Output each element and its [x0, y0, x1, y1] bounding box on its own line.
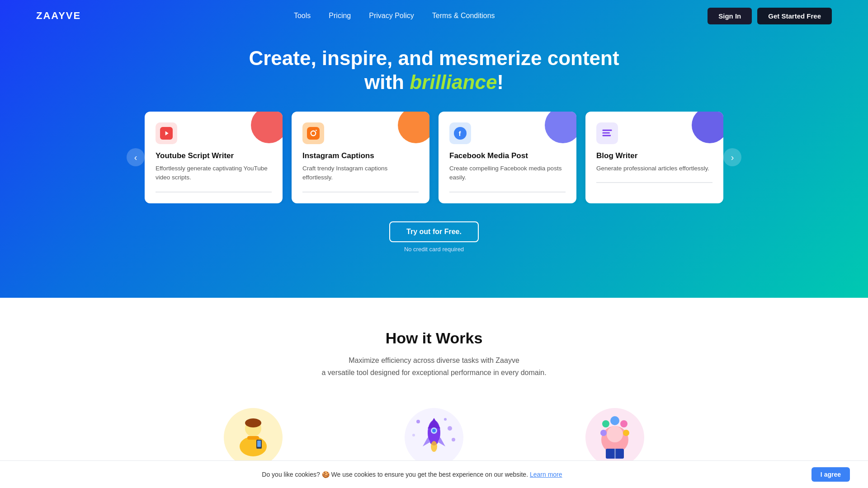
nav-tools[interactable]: Tools — [294, 12, 311, 20]
cards-carousel: ‹ Youtube Script Writer Effortlessly gen… — [0, 112, 868, 203]
illustration-person — [222, 406, 285, 469]
svg-point-35 — [620, 420, 627, 427]
card-instagram: Instagram Captions Craft trendy Instagra… — [292, 112, 429, 203]
cookie-learn-more[interactable]: Learn more — [530, 471, 562, 478]
svg-point-4 — [316, 130, 317, 131]
hero-title-line2: with brilliance! — [364, 71, 504, 94]
card-divider — [156, 192, 272, 192]
card-divider — [596, 182, 712, 183]
instagram-icon-wrap — [302, 122, 324, 144]
illustration-rocket — [402, 406, 466, 469]
svg-point-34 — [610, 416, 619, 425]
card-youtube: Youtube Script Writer Effortlessly gener… — [145, 112, 283, 203]
card-blog: Blog Writer Generate professional articl… — [585, 112, 723, 203]
nav-terms[interactable]: Terms & Conditions — [432, 12, 495, 20]
svg-point-37 — [600, 430, 607, 436]
cards-wrapper: Youtube Script Writer Effortlessly gener… — [145, 112, 723, 203]
card-corner-blob — [251, 112, 283, 143]
instagram-icon — [307, 127, 320, 140]
svg-point-14 — [245, 418, 261, 427]
svg-rect-39 — [614, 449, 616, 459]
cookie-agree-button[interactable]: I agree — [811, 467, 850, 482]
cookie-banner: Do you like cookies? 🍪 We use cookies to… — [0, 460, 868, 488]
try-free-button[interactable]: Try out for Free. — [389, 221, 479, 242]
svg-rect-2 — [307, 127, 320, 140]
facebook-icon: f — [454, 127, 467, 140]
card-corner-blob — [398, 112, 429, 143]
signin-button[interactable]: Sign In — [708, 8, 752, 24]
svg-point-28 — [412, 434, 415, 436]
svg-point-29 — [452, 438, 455, 441]
carousel-prev-button[interactable]: ‹ — [127, 148, 145, 166]
svg-point-36 — [623, 430, 629, 436]
svg-point-24 — [431, 441, 437, 452]
card-facebook: f Facebook Media Post Create compelling … — [439, 112, 576, 203]
svg-point-33 — [602, 420, 609, 427]
how-desc: Maximize efficiency across diverse tasks… — [36, 354, 832, 379]
card-blog-title: Blog Writer — [596, 151, 712, 160]
card-facebook-desc: Create compelling Facebook media posts e… — [449, 164, 566, 183]
svg-rect-13 — [247, 436, 259, 440]
blog-icon-wrap — [596, 122, 618, 144]
card-instagram-desc: Craft trendy Instagram captions effortle… — [302, 164, 419, 183]
how-it-works-section: How it Works Maximize efficiency across … — [0, 298, 868, 488]
svg-rect-8 — [603, 132, 610, 134]
hero-section: Create, inspire, and mesmerize content w… — [0, 0, 868, 298]
nav-privacy[interactable]: Privacy Policy — [369, 12, 414, 20]
cookie-text: Do you like cookies? 🍪 We use cookies to… — [18, 471, 806, 478]
youtube-icon-wrap — [156, 122, 177, 144]
card-corner-blob — [545, 112, 576, 143]
header: ZAAYVE Tools Pricing Privacy Policy Term… — [0, 0, 868, 32]
svg-rect-7 — [603, 130, 612, 131]
svg-point-23 — [432, 429, 436, 432]
nav-pricing[interactable]: Pricing — [329, 12, 351, 20]
illustration-brain — [583, 406, 646, 469]
try-section: Try out for Free. No credit card require… — [389, 221, 479, 271]
card-corner-blob — [692, 112, 723, 143]
header-buttons: Sign In Get Started Free — [708, 8, 832, 24]
logo: ZAAYVE — [36, 10, 81, 22]
card-blog-desc: Generate professional articles effortles… — [596, 164, 712, 173]
brilliance-text: brilliance — [410, 71, 497, 93]
svg-point-26 — [448, 426, 452, 431]
carousel-next-button[interactable]: › — [723, 148, 741, 166]
getstarted-button[interactable]: Get Started Free — [757, 8, 832, 24]
svg-rect-16 — [257, 441, 261, 447]
no-cc-text: No credit card required — [404, 246, 464, 253]
card-youtube-desc: Effortlessly generate captivating YouTub… — [156, 164, 272, 183]
svg-point-27 — [444, 418, 447, 421]
youtube-icon — [160, 127, 173, 140]
svg-rect-9 — [603, 135, 611, 136]
blog-icon — [601, 127, 613, 140]
card-instagram-title: Instagram Captions — [302, 151, 419, 160]
how-title: How it Works — [36, 329, 832, 347]
card-facebook-title: Facebook Media Post — [449, 151, 566, 160]
facebook-icon-wrap: f — [449, 122, 471, 144]
card-divider — [449, 192, 566, 192]
card-divider — [302, 192, 419, 192]
card-youtube-title: Youtube Script Writer — [156, 151, 272, 160]
hero-title-line1: Create, inspire, and mesmerize content — [249, 45, 619, 71]
svg-point-32 — [607, 426, 623, 442]
svg-point-25 — [416, 420, 420, 423]
main-nav: Tools Pricing Privacy Policy Terms & Con… — [294, 12, 495, 20]
